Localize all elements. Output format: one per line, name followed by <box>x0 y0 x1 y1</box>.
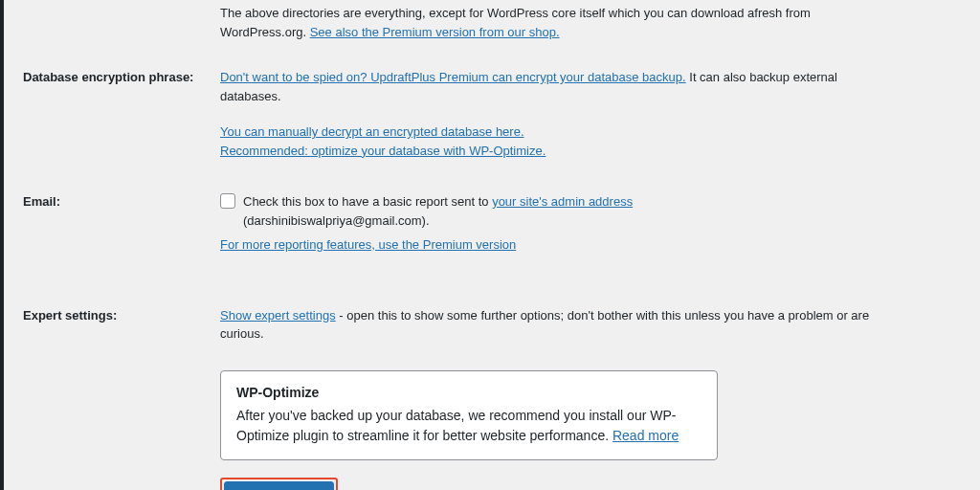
show-expert-settings-link[interactable]: Show expert settings <box>220 308 336 323</box>
email-row: Email: Check this box to have a basic re… <box>23 192 942 260</box>
expert-row: Expert settings: Show expert settings - … <box>23 306 942 344</box>
save-changes-button[interactable]: Save Changes <box>224 481 334 491</box>
email-label: Email: <box>23 192 220 209</box>
callout-body-text: After you've backed up your database, we… <box>236 408 676 443</box>
admin-sidebar-strip <box>0 0 4 490</box>
callout-read-more-link[interactable]: Read more <box>612 428 679 443</box>
expert-label: Expert settings: <box>23 306 220 323</box>
email-address-paren: (darshinibiswalpriya@gmail.com). <box>243 212 871 231</box>
intro-paragraph: The above directories are everything, ex… <box>220 0 852 41</box>
save-button-highlight: Save Changes <box>220 478 338 491</box>
email-report-checkbox[interactable] <box>220 193 235 209</box>
settings-content: The above directories are everything, ex… <box>4 0 980 490</box>
wp-optimize-recommend-link[interactable]: Recommended: optimize your database with… <box>220 144 546 158</box>
db-encryption-row: Database encryption phrase: Don't want t… <box>23 68 942 166</box>
expert-body: Show expert settings - open this to show… <box>220 306 871 344</box>
premium-shop-link[interactable]: See also the Premium version from our sh… <box>310 25 560 39</box>
admin-address-link[interactable]: your site's admin address <box>492 194 633 209</box>
callout-title: WP-Optimize <box>236 385 702 400</box>
callout-body-wrap: After you've backed up your database, we… <box>236 406 702 446</box>
email-checkbox-text: Check this box to have a basic report se… <box>243 194 492 209</box>
email-premium-link[interactable]: For more reporting features, use the Pre… <box>220 237 516 252</box>
email-body: Check this box to have a basic report se… <box>220 192 871 260</box>
manual-decrypt-link[interactable]: You can manually decrypt an encrypted da… <box>220 124 524 139</box>
db-encryption-body: Don't want to be spied on? UpdraftPlus P… <box>220 68 871 166</box>
db-encryption-label: Database encryption phrase: <box>23 68 220 84</box>
encrypt-premium-link[interactable]: Don't want to be spied on? UpdraftPlus P… <box>220 70 686 84</box>
wp-optimize-callout: WP-Optimize After you've backed up your … <box>220 370 718 460</box>
